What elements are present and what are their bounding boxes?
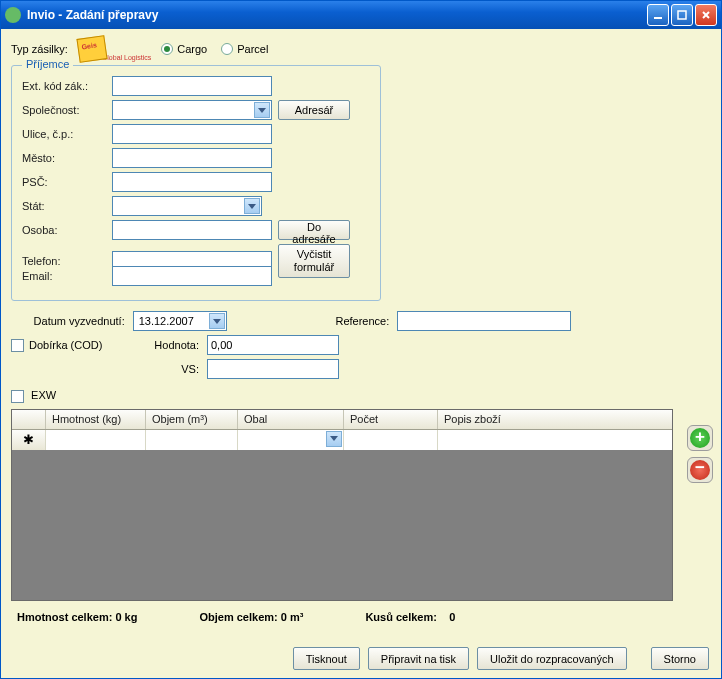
person-label: Osoba: <box>22 224 106 236</box>
phone-label: Telefon: <box>22 255 106 267</box>
email-label: Email: <box>22 270 106 282</box>
ext-code-label: Ext. kód zák.: <box>22 80 106 92</box>
recipient-legend: Příjemce <box>22 58 73 70</box>
maximize-button[interactable] <box>671 4 693 26</box>
cod-label: Dobírka (COD) <box>29 339 102 351</box>
delete-row-button[interactable]: − <box>687 457 713 483</box>
ext-code-input[interactable] <box>112 76 272 96</box>
exw-checkbox[interactable] <box>11 390 24 403</box>
svg-rect-1 <box>678 11 686 19</box>
minimize-button[interactable] <box>647 4 669 26</box>
to-addressbook-button[interactable]: Do adresáře <box>278 220 350 240</box>
city-label: Město: <box>22 152 106 164</box>
pickup-date-value: 13.12.2007 <box>137 315 194 327</box>
carrier-logo-subtext: Global Logistics <box>102 54 151 61</box>
add-row-button[interactable]: + <box>687 425 713 451</box>
grid-cell-weight[interactable] <box>46 430 146 450</box>
company-select[interactable] <box>112 100 272 120</box>
recipient-fieldset: Příjemce Ext. kód zák.: Společnost: Adre… <box>11 65 381 301</box>
cod-value-input[interactable] <box>207 335 339 355</box>
grid-cell-count[interactable] <box>344 430 438 450</box>
addressbook-button[interactable]: Adresář <box>278 100 350 120</box>
state-label: Stát: <box>22 200 106 212</box>
grid-header-volume[interactable]: Objem (m³) <box>146 410 238 429</box>
street-label: Ulice, č.p.: <box>22 128 106 140</box>
plus-icon: + <box>690 428 710 448</box>
shipment-type-radio-group: Cargo Parcel <box>161 43 268 55</box>
radio-parcel-label: Parcel <box>237 43 268 55</box>
radio-cargo[interactable]: Cargo <box>161 43 207 55</box>
total-weight-value: 0 kg <box>115 611 137 623</box>
grid-header-desc[interactable]: Popis zboží <box>438 410 672 429</box>
exw-label: EXW <box>31 389 56 401</box>
cod-checkbox[interactable] <box>11 339 24 352</box>
print-button[interactable]: Tisknout <box>293 647 360 670</box>
grid-cell-volume[interactable] <box>146 430 238 450</box>
grid-cell-packing-select[interactable] <box>238 430 344 450</box>
cod-vs-label: VS: <box>137 363 199 375</box>
shipment-type-label: Typ zásilky: <box>11 43 68 55</box>
footer-buttons: Tisknout Připravit na tisk Uložit do roz… <box>293 647 709 670</box>
carrier-logo <box>76 35 107 63</box>
zip-label: PSČ: <box>22 176 106 188</box>
state-select[interactable] <box>112 196 262 216</box>
pickup-date-select[interactable]: 13.12.2007 <box>133 311 228 331</box>
reference-input[interactable] <box>397 311 571 331</box>
grid-header-packing[interactable]: Obal <box>238 410 344 429</box>
zip-input[interactable] <box>112 172 272 192</box>
company-label: Společnost: <box>22 104 106 116</box>
grid-newrow-indicator[interactable]: ✱ <box>12 430 46 450</box>
email-input[interactable] <box>112 266 272 286</box>
chevron-down-icon <box>209 313 225 329</box>
total-volume-label: Objem celkem: <box>199 611 277 623</box>
prepare-print-button[interactable]: Připravit na tisk <box>368 647 469 670</box>
pickup-date-label: Datum vyzvednutí: <box>11 315 125 327</box>
chevron-down-icon <box>244 198 260 214</box>
grid-new-row: ✱ <box>12 430 672 450</box>
titlebar: Invio - Zadání přepravy <box>1 1 721 29</box>
street-input[interactable] <box>112 124 272 144</box>
window-title: Invio - Zadání přepravy <box>27 8 647 22</box>
grid-header-count[interactable]: Počet <box>344 410 438 429</box>
close-button[interactable] <box>695 4 717 26</box>
cod-vs-input[interactable] <box>207 359 339 379</box>
chevron-down-icon <box>254 102 270 118</box>
app-window: Invio - Zadání přepravy Typ zásilky: Glo… <box>0 0 722 679</box>
total-volume-value: 0 m³ <box>281 611 304 623</box>
cod-value-label: Hodnota: <box>137 339 199 351</box>
grid-cell-desc[interactable] <box>438 430 672 450</box>
grid-header-weight[interactable]: Hmotnost (kg) <box>46 410 146 429</box>
total-weight-label: Hmotnost celkem: <box>17 611 112 623</box>
chevron-down-icon <box>326 431 342 447</box>
clear-form-button[interactable]: Vyčistit formulář <box>278 244 350 278</box>
totals-row: Hmotnost celkem: 0 kg Objem celkem: 0 m³… <box>11 611 711 623</box>
grid-header-rowselector[interactable] <box>12 410 46 429</box>
total-pieces-value: 0 <box>449 611 455 623</box>
svg-rect-0 <box>654 17 662 19</box>
city-input[interactable] <box>112 148 272 168</box>
minus-icon: − <box>690 460 710 480</box>
person-input[interactable] <box>112 220 272 240</box>
save-draft-button[interactable]: Uložit do rozpracovaných <box>477 647 627 670</box>
total-pieces-label: Kusů celkem: <box>365 611 437 623</box>
radio-parcel[interactable]: Parcel <box>221 43 268 55</box>
grid-header: Hmotnost (kg) Objem (m³) Obal Počet Popi… <box>12 410 672 430</box>
reference-label: Reference: <box>335 315 389 327</box>
cancel-button[interactable]: Storno <box>651 647 709 670</box>
app-icon <box>5 7 21 23</box>
items-grid: Hmotnost (kg) Objem (m³) Obal Počet Popi… <box>11 409 673 601</box>
radio-cargo-label: Cargo <box>177 43 207 55</box>
